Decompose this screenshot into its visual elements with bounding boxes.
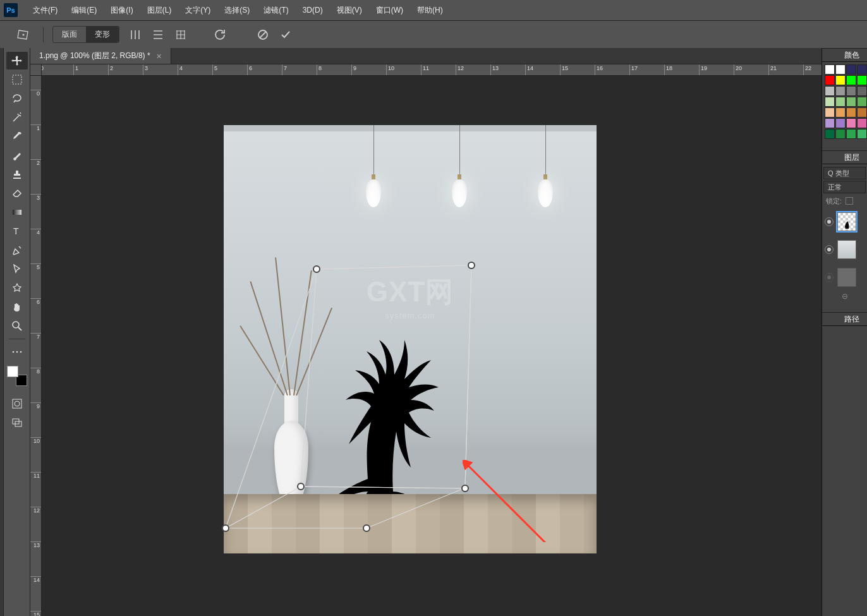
swatch[interactable] [825, 107, 835, 118]
menu-window[interactable]: 窗口(W) [370, 3, 409, 18]
brush-tool[interactable] [6, 147, 28, 164]
menu-edit[interactable]: 编辑(E) [65, 3, 103, 18]
swatch[interactable] [846, 118, 856, 128]
svg-point-10 [20, 351, 21, 353]
path-selection-tool[interactable] [6, 260, 28, 278]
swatch[interactable] [825, 129, 835, 139]
ruler-horizontal[interactable]: 0123456789101112131415161718192021222324… [42, 64, 822, 76]
layer-row[interactable] [823, 264, 866, 291]
menu-filter[interactable]: 滤镜(T) [257, 3, 294, 18]
annotation-arrow [463, 460, 564, 542]
menu-help[interactable]: 帮助(H) [411, 3, 449, 18]
rect-marquee-tool[interactable] [6, 71, 28, 88]
swatch[interactable] [825, 118, 835, 128]
swatch[interactable] [846, 86, 856, 96]
swatch[interactable] [825, 86, 835, 96]
swatches-panel[interactable] [822, 62, 867, 142]
menu-view[interactable]: 视图(V) [330, 3, 368, 18]
grid-both-icon[interactable] [174, 28, 188, 42]
panel-tab-layers[interactable]: 图层 [840, 151, 863, 164]
swatch[interactable] [857, 129, 867, 139]
visibility-toggle[interactable] [825, 245, 834, 254]
zoom-tool[interactable] [6, 317, 28, 335]
menu-select[interactable]: 选择(S) [218, 3, 256, 18]
visibility-toggle[interactable] [825, 217, 834, 226]
panel-tab-color[interactable]: 颜色 [840, 49, 863, 62]
menu-type[interactable]: 文字(Y) [179, 3, 217, 18]
swatch[interactable] [857, 64, 867, 75]
swatch[interactable] [825, 75, 835, 85]
menu-3d[interactable]: 3D(D) [296, 3, 329, 17]
svg-point-6 [13, 322, 19, 328]
transform-handle[interactable] [222, 524, 229, 532]
swatch[interactable] [825, 64, 835, 75]
menu-image[interactable]: 图像(I) [104, 3, 139, 18]
hand-tool[interactable] [6, 298, 28, 316]
move-tool[interactable] [6, 52, 28, 69]
shape-tool[interactable] [6, 279, 28, 297]
text-tool[interactable]: T [6, 222, 28, 240]
mode-layout[interactable]: 版面 [53, 27, 86, 42]
swatch[interactable] [835, 129, 846, 139]
lasso-tool[interactable] [6, 90, 28, 107]
layer-filter[interactable]: Q 类型 [823, 167, 866, 179]
swatch[interactable] [846, 129, 856, 139]
reset-icon[interactable] [213, 28, 227, 42]
right-panel-dock: 颜色 图层 Q 类型 正常 锁定: ⊖ 路径 [822, 48, 867, 616]
commit-icon[interactable] [279, 28, 293, 42]
transform-handle[interactable] [468, 262, 475, 269]
swatch[interactable] [857, 75, 867, 85]
grid-v-icon[interactable] [128, 28, 142, 42]
screenmode-tool[interactable] [6, 414, 28, 432]
swatch[interactable] [835, 97, 846, 107]
magic-wand-tool[interactable] [6, 109, 28, 126]
gradient-tool[interactable] [6, 203, 28, 221]
swatch[interactable] [846, 75, 856, 85]
ruler-origin[interactable] [30, 64, 42, 76]
swatch[interactable] [857, 97, 867, 107]
swatch[interactable] [835, 107, 846, 118]
quickmask-tool[interactable] [6, 395, 28, 413]
swatch[interactable] [835, 118, 846, 128]
swatch[interactable] [857, 86, 867, 96]
swatch[interactable] [835, 75, 846, 85]
layer-thumbnail[interactable] [837, 212, 856, 231]
swatch[interactable] [835, 64, 846, 75]
pen-tool[interactable] [6, 241, 28, 259]
grid-h-icon[interactable] [151, 28, 165, 42]
layer-thumbnail[interactable] [837, 268, 856, 287]
layer-row[interactable] [823, 236, 866, 263]
ruler-vertical[interactable]: 0123456789101112131415161718192021222324 [30, 76, 42, 616]
stamp-tool[interactable] [6, 166, 28, 183]
swatch[interactable] [846, 64, 856, 75]
document-tab[interactable]: 1.png @ 100% (图层 2, RGB/8) * × [30, 48, 171, 64]
swatch[interactable] [846, 107, 856, 118]
swatch[interactable] [857, 107, 867, 118]
layer-row[interactable] [823, 208, 866, 235]
close-tab-icon[interactable]: × [157, 51, 162, 61]
eraser-tool[interactable] [6, 184, 28, 202]
swatch[interactable] [846, 97, 856, 107]
canvas-viewport[interactable]: GXT网 system.com [42, 76, 822, 616]
menu-file[interactable]: 文件(F) [27, 3, 64, 18]
eyedropper-tool[interactable] [6, 128, 28, 145]
transform-handle[interactable] [363, 524, 370, 532]
mode-warp[interactable]: 变形 [86, 27, 119, 42]
transform-handle[interactable] [297, 483, 305, 490]
edit-toolbar[interactable] [6, 343, 28, 361]
foreground-background-colors[interactable] [7, 366, 27, 386]
visibility-toggle[interactable] [825, 273, 834, 282]
panel-tab-paths[interactable]: 路径 [840, 313, 863, 326]
options-bar: 版面 变形 [0, 20, 867, 48]
lock-option[interactable] [846, 197, 853, 205]
menu-layer[interactable]: 图层(L) [141, 3, 178, 18]
transform-mode-segment[interactable]: 版面 变形 [52, 26, 119, 43]
blend-mode-select[interactable]: 正常 [823, 181, 866, 193]
swatch[interactable] [835, 86, 846, 96]
swatch[interactable] [825, 97, 835, 107]
canvas[interactable]: GXT网 system.com [224, 125, 597, 553]
swatch[interactable] [857, 118, 867, 128]
transform-handle[interactable] [313, 265, 320, 273]
layer-thumbnail[interactable] [837, 240, 856, 259]
cancel-icon[interactable] [256, 28, 270, 42]
